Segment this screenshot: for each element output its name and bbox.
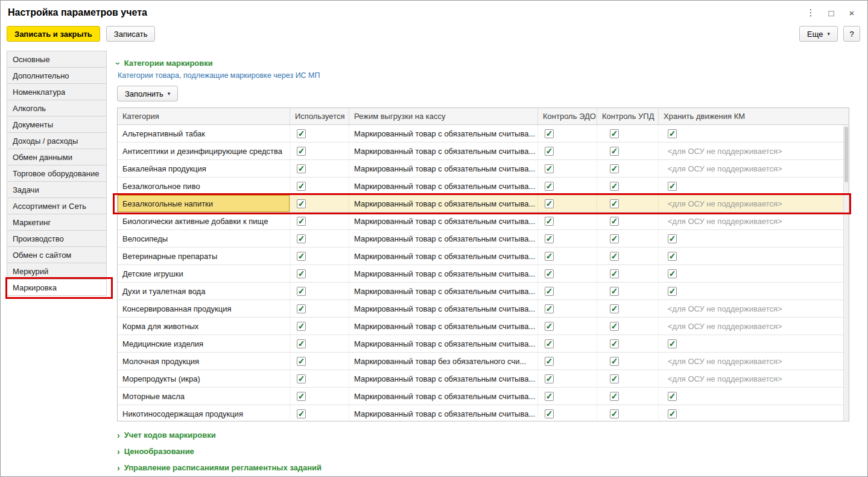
checkbox-checked[interactable]: ✓ <box>545 357 554 366</box>
checkbox-checked[interactable]: ✓ <box>297 322 306 331</box>
cell-category[interactable]: Антисептики и дезинфицирующие средства <box>118 142 290 159</box>
cell-edo[interactable]: ✓ <box>538 248 597 264</box>
checkbox-checked[interactable]: ✓ <box>545 287 554 296</box>
checkbox-checked[interactable]: ✓ <box>610 322 619 331</box>
table-row[interactable]: Ветеринарные препараты ✓ Маркированный т… <box>118 248 844 265</box>
cell-edo[interactable]: ✓ <box>538 388 597 405</box>
cell-upd[interactable]: ✓ <box>597 178 659 194</box>
cell-used[interactable]: ✓ <box>290 353 349 370</box>
table-row[interactable]: Биологически активные добавки к пище ✓ М… <box>118 213 844 230</box>
sidebar-item[interactable]: Задачи <box>7 181 107 198</box>
checkbox-checked[interactable]: ✓ <box>668 129 677 138</box>
cell-edo[interactable]: ✓ <box>538 405 597 421</box>
cell-used[interactable]: ✓ <box>290 213 349 229</box>
cell-km[interactable]: ✓ <box>659 125 844 142</box>
save-and-close-button[interactable]: Записать и закрыть <box>7 26 100 42</box>
column-header-km[interactable]: Хранить движения КМ <box>659 108 849 124</box>
checkbox-checked[interactable]: ✓ <box>668 409 677 418</box>
sidebar-item[interactable]: Маркетинг <box>7 214 107 231</box>
cell-category[interactable]: Безалкогольные напитки <box>118 195 290 212</box>
cell-category[interactable]: Консервированная продукция <box>118 300 290 317</box>
checkbox-checked[interactable]: ✓ <box>297 409 306 418</box>
checkbox-checked[interactable]: ✓ <box>545 269 554 278</box>
sidebar-item[interactable]: Документы <box>7 116 107 133</box>
close-icon[interactable]: × <box>844 6 859 19</box>
cell-edo[interactable]: ✓ <box>538 335 597 352</box>
checkbox-checked[interactable]: ✓ <box>297 357 306 366</box>
cell-used[interactable]: ✓ <box>290 142 349 159</box>
table-row[interactable]: Духи и туалетная вода ✓ Маркированный то… <box>118 283 844 300</box>
window-menu-icon[interactable]: ⋮ <box>803 6 818 19</box>
vertical-scrollbar[interactable] <box>843 126 849 421</box>
checkbox-checked[interactable]: ✓ <box>610 287 619 296</box>
cell-upd[interactable]: ✓ <box>597 248 659 264</box>
checkbox-checked[interactable]: ✓ <box>545 147 554 156</box>
sidebar-item[interactable]: Основные <box>7 51 107 68</box>
sidebar-item[interactable]: Производство <box>7 230 107 247</box>
cell-km[interactable]: <для ОСУ не поддерживается> <box>659 370 844 387</box>
cell-km[interactable]: <для ОСУ не поддерживается> <box>659 160 844 177</box>
cell-upd[interactable]: ✓ <box>597 353 659 370</box>
table-row[interactable]: Молочная продукция ✓ Маркированный товар… <box>118 353 844 370</box>
scrollbar-thumb[interactable] <box>844 127 848 182</box>
cell-km[interactable]: <для ОСУ не поддерживается> <box>659 195 844 212</box>
cell-category[interactable]: Моторные масла <box>118 388 290 405</box>
cell-km[interactable]: ✓ <box>659 178 844 194</box>
cell-km[interactable]: <для ОСУ не поддерживается> <box>659 353 844 370</box>
section-marking-categories[interactable]: › Категории маркировки <box>117 58 861 69</box>
cell-km[interactable]: <для ОСУ не поддерживается> <box>659 318 844 335</box>
checkbox-checked[interactable]: ✓ <box>545 234 554 243</box>
cell-upd[interactable]: ✓ <box>597 300 659 317</box>
sidebar-item[interactable]: Ассортимент и Сеть <box>7 197 107 214</box>
checkbox-checked[interactable]: ✓ <box>668 182 677 191</box>
checkbox-checked[interactable]: ✓ <box>297 252 306 261</box>
checkbox-checked[interactable]: ✓ <box>297 129 306 138</box>
checkbox-checked[interactable]: ✓ <box>545 164 554 173</box>
checkbox-checked[interactable]: ✓ <box>545 217 554 226</box>
checkbox-checked[interactable]: ✓ <box>668 269 677 278</box>
checkbox-checked[interactable]: ✓ <box>610 182 619 191</box>
section-pricing[interactable]: › Ценообразование <box>117 446 861 457</box>
table-row[interactable]: Моторные масла ✓ Маркированный товар с о… <box>118 388 844 405</box>
cell-category[interactable]: Корма для животных <box>118 318 290 335</box>
cell-category[interactable]: Биологически активные добавки к пище <box>118 213 290 229</box>
cell-edo[interactable]: ✓ <box>538 300 597 317</box>
checkbox-checked[interactable]: ✓ <box>610 199 619 208</box>
table-row[interactable]: Никотиносодержащая продукция ✓ Маркирова… <box>118 405 844 421</box>
cell-upd[interactable]: ✓ <box>597 142 659 159</box>
cell-upd[interactable]: ✓ <box>597 160 659 177</box>
cell-used[interactable]: ✓ <box>290 230 349 247</box>
cell-upd[interactable]: ✓ <box>597 195 659 212</box>
checkbox-checked[interactable]: ✓ <box>545 392 554 401</box>
cell-km[interactable]: ✓ <box>659 405 844 421</box>
cell-upd[interactable]: ✓ <box>597 388 659 405</box>
cell-edo[interactable]: ✓ <box>538 125 597 142</box>
checkbox-checked[interactable]: ✓ <box>545 199 554 208</box>
checkbox-checked[interactable]: ✓ <box>545 129 554 138</box>
cell-used[interactable]: ✓ <box>290 160 349 177</box>
checkbox-checked[interactable]: ✓ <box>297 217 306 226</box>
cell-edo[interactable]: ✓ <box>538 370 597 387</box>
cell-category[interactable]: Детские игрушки <box>118 265 290 282</box>
cell-upd[interactable]: ✓ <box>597 213 659 229</box>
checkbox-checked[interactable]: ✓ <box>610 374 619 383</box>
checkbox-checked[interactable]: ✓ <box>610 339 619 348</box>
categories-link[interactable]: Категории товара, подлежащие маркировке … <box>118 71 320 80</box>
cell-edo[interactable]: ✓ <box>538 283 597 299</box>
checkbox-checked[interactable]: ✓ <box>668 287 677 296</box>
table-row[interactable]: Велосипеды ✓ Маркированный товар с обяза… <box>118 230 844 248</box>
cell-edo[interactable]: ✓ <box>538 265 597 282</box>
column-header-upd[interactable]: Контроль УПД <box>597 108 659 124</box>
cell-used[interactable]: ✓ <box>290 388 349 405</box>
table-row[interactable]: Детские игрушки ✓ Маркированный товар с … <box>118 265 844 283</box>
cell-km[interactable]: ✓ <box>659 230 844 247</box>
sidebar-item[interactable]: Алкоголь <box>7 100 107 117</box>
checkbox-checked[interactable]: ✓ <box>668 252 677 261</box>
cell-used[interactable]: ✓ <box>290 370 349 387</box>
column-header-edo[interactable]: Контроль ЭДО <box>538 108 597 124</box>
cell-category[interactable]: Молочная продукция <box>118 353 290 370</box>
cell-edo[interactable]: ✓ <box>538 353 597 370</box>
table-row[interactable]: Медицинские изделия ✓ Маркированный това… <box>118 335 844 353</box>
cell-upd[interactable]: ✓ <box>597 370 659 387</box>
cell-used[interactable]: ✓ <box>290 283 349 299</box>
